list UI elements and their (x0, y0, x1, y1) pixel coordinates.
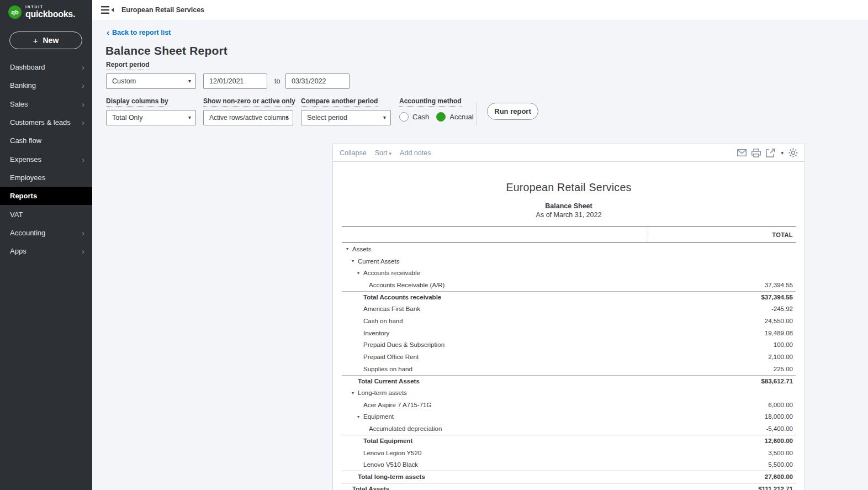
table-row: ▾Cash on hand 24,550.00 (342, 315, 796, 327)
account-name: Americas First Bank (363, 305, 420, 312)
report-period-select[interactable]: Custom (106, 73, 196, 89)
report-card: Collapse Sort▾ Add notes ▾ (332, 144, 805, 490)
cash-radio[interactable] (399, 112, 409, 122)
account-amount[interactable]: 12,600.00 (765, 438, 796, 444)
new-button[interactable]: + New (9, 31, 82, 49)
sidebar-item-dashboard[interactable]: Dashboard › (0, 58, 92, 76)
quickbooks-logo: qb INTUIT quickbooks. (0, 0, 92, 19)
account-amount[interactable]: -5,400.00 (766, 425, 796, 432)
sidebar-item-expenses[interactable]: Expenses › (0, 150, 92, 168)
collapse-arrow-icon[interactable]: ▾ (357, 414, 363, 419)
sidebar-item-reports[interactable]: Reports › (0, 187, 92, 205)
settings-gear-icon[interactable] (788, 148, 798, 157)
display-columns-select[interactable]: Total Only (106, 110, 196, 125)
compare-period-label: Compare another period (301, 97, 378, 107)
accounting-method-label: Accounting method (399, 97, 462, 107)
back-to-report-list-link[interactable]: ‹ Back to report list (107, 28, 171, 36)
sidebar-item-cash-flow[interactable]: Cash flow › (0, 131, 92, 150)
controls-divider (476, 102, 477, 125)
date-range-to-label: to (274, 77, 280, 85)
account-amount[interactable]: 24,550.00 (765, 318, 796, 324)
collapse-link[interactable]: Collapse (340, 149, 367, 157)
compare-period-select[interactable]: Select period (301, 110, 391, 125)
account-amount[interactable]: 37,394.55 (765, 282, 796, 288)
add-notes-link[interactable]: Add notes (400, 149, 431, 157)
nonzero-label: Show non-zero or active only (203, 97, 295, 107)
table-row: ▾Assets (342, 243, 796, 255)
run-report-button[interactable]: Run report (487, 103, 538, 120)
chevron-right-icon: › (82, 247, 84, 255)
chevron-right-icon: › (82, 81, 84, 89)
chevron-right-icon: › (82, 229, 84, 237)
chevron-right-icon: › (82, 63, 84, 71)
table-row: ▾Total Accounts receivable $37,394.55 (342, 291, 796, 303)
chevron-right-icon: › (82, 118, 84, 127)
sort-caret-icon: ▾ (389, 151, 392, 156)
account-amount[interactable]: 6,000.00 (768, 402, 796, 408)
plus-icon: + (33, 36, 38, 45)
account-name: Inventory (363, 330, 389, 336)
page-title: Balance Sheet Report (105, 44, 227, 57)
column-divider (648, 227, 648, 243)
account-name: Total Equipment (363, 438, 412, 444)
sidebar-item-sales[interactable]: Sales › (0, 95, 92, 113)
sort-link[interactable]: Sort▾ (375, 149, 391, 157)
date-to-input[interactable]: 03/31/2022 (285, 73, 350, 89)
main-content: ‹ Back to report list Balance Sheet Repo… (92, 20, 868, 490)
collapse-arrow-icon[interactable]: ▾ (357, 271, 363, 276)
accrual-radio[interactable] (436, 112, 446, 122)
table-row: ▾Accounts Receivable (A/R) 37,394.55 (342, 279, 796, 291)
account-amount[interactable]: $37,394.55 (761, 294, 796, 301)
account-name: Total Accounts receivable (363, 294, 441, 301)
collapse-arrow-icon[interactable]: ▾ (346, 246, 352, 251)
report-title: Balance Sheet (333, 202, 805, 210)
account-name: Total Assets (352, 486, 389, 490)
account-amount[interactable]: 225.00 (774, 366, 796, 372)
account-amount[interactable]: -245.92 (771, 305, 796, 312)
table-row: ▾Total Equipment 12,600.00 (342, 435, 796, 447)
collapse-arrow-icon[interactable]: ▾ (352, 259, 358, 264)
account-amount[interactable]: 3,500.00 (768, 450, 796, 456)
table-row: ▾Long-term assets (342, 387, 796, 399)
sidebar-item-banking[interactable]: Banking › (0, 76, 92, 94)
account-name: Prepaid Dues & Subscription (363, 341, 444, 348)
sidebar-item-employees[interactable]: Employees › (0, 168, 92, 187)
account-amount[interactable]: $111,212.71 (758, 486, 796, 490)
cash-radio-label[interactable]: Cash (412, 113, 429, 121)
sidebar-item-customers-leads[interactable]: Customers & leads › (0, 113, 92, 131)
table-row: ▾Equipment 18,000.00 (342, 411, 796, 423)
sidebar-item-apps[interactable]: Apps › (0, 242, 92, 260)
table-row: ▾Accumulated depreciation -5,400.00 (342, 423, 796, 435)
account-amount[interactable]: 2,100.00 (768, 354, 796, 360)
account-name: Prepaid Office Rent (363, 354, 419, 360)
account-amount[interactable]: 100.00 (774, 341, 796, 348)
table-row: ▾Total Current Assets $83,612.71 (342, 375, 796, 387)
table-row: ▾Inventory 19,489.08 (342, 327, 796, 339)
accrual-radio-label[interactable]: Accrual (449, 113, 473, 121)
collapse-arrow-icon[interactable]: ▾ (352, 391, 358, 396)
export-icon[interactable] (766, 149, 775, 157)
account-name: Lenovo V510 Black (363, 461, 418, 468)
export-caret-icon[interactable]: ▾ (781, 150, 784, 156)
account-name: Total long-term assets (358, 473, 425, 480)
table-row: ▾Lenovo V510 Black 5,500.00 (342, 459, 796, 471)
sidebar-item-accounting[interactable]: Accounting › (0, 224, 92, 242)
collapse-menu-icon[interactable] (101, 6, 114, 14)
account-amount[interactable]: 5,500.00 (768, 461, 796, 468)
report-subtitle: As of March 31, 2022 (333, 211, 805, 219)
chevron-left-icon: ‹ (107, 28, 109, 36)
account-name: Accumulated depreciation (369, 425, 442, 432)
total-column-header: TOTAL (772, 231, 796, 238)
nonzero-select[interactable]: Active rows/active columns (203, 110, 293, 125)
account-name: Equipment (363, 413, 394, 420)
sidebar-item-vat[interactable]: VAT › (0, 205, 92, 223)
account-name: Supplies on hand (363, 366, 412, 372)
email-icon[interactable] (737, 149, 747, 156)
date-from-input[interactable]: 12/01/2021 (203, 73, 267, 89)
account-amount[interactable]: 18,000.00 (765, 413, 796, 420)
print-icon[interactable] (751, 149, 761, 157)
account-amount[interactable]: $83,612.71 (761, 378, 796, 384)
account-name: Cash on hand (363, 318, 403, 324)
account-amount[interactable]: 27,600.00 (765, 473, 796, 480)
account-amount[interactable]: 19,489.08 (765, 330, 796, 336)
